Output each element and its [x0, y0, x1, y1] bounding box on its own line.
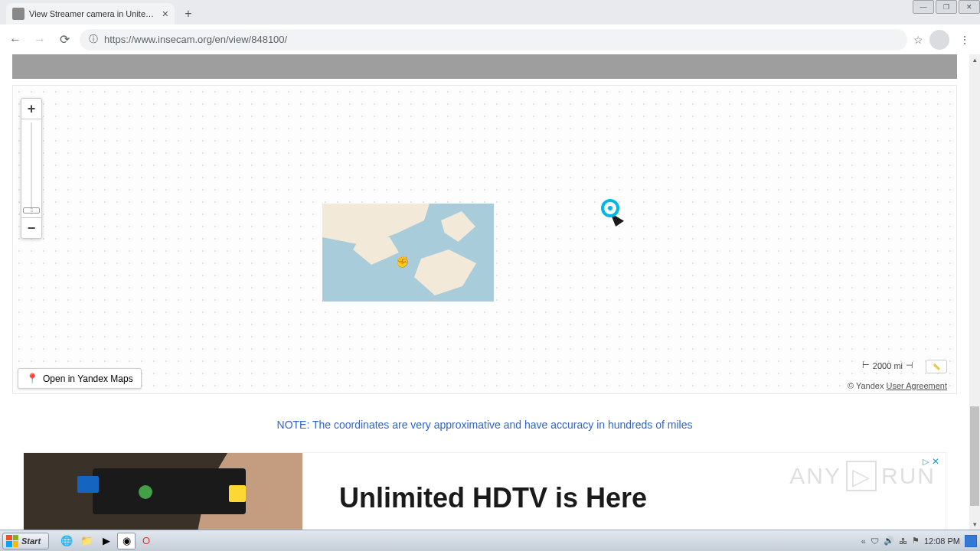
zoom-slider[interactable]: ⠿ — [21, 119, 41, 218]
advertisement[interactable]: Unlimited HDTV is Here ▷ ✕ — [23, 452, 946, 530]
zoom-slider-handle[interactable]: ⠿ — [23, 207, 40, 214]
url-text: https://www.insecam.org/en/view/848100/ — [104, 34, 898, 45]
tab-title: View Streamer camera in United Sta — [29, 9, 158, 18]
show-desktop-button[interactable] — [965, 535, 977, 547]
ad-detail — [77, 476, 99, 493]
open-in-yandex-maps-button[interactable]: 📍 Open in Yandex Maps — [18, 368, 142, 389]
pin-icon: 📍 — [26, 373, 38, 384]
tab-strip: View Streamer camera in United Sta × + —… — [0, 0, 980, 24]
tray-shield-icon[interactable]: 🛡 — [871, 536, 879, 546]
map-landmass — [441, 211, 475, 242]
close-tab-icon[interactable]: × — [162, 8, 168, 20]
ie-icon[interactable]: 🌐 — [57, 533, 76, 549]
tray-volume-icon[interactable]: 🔊 — [884, 536, 894, 546]
map-copyright: © Yandex User Agreement — [848, 381, 947, 390]
menu-button[interactable]: ⋮ — [956, 31, 974, 49]
scroll-up-arrow-icon[interactable]: ▴ — [969, 54, 980, 65]
zoom-control: + ⠿ − — [21, 98, 42, 239]
ad-close-button[interactable]: ✕ — [932, 456, 939, 467]
bookmark-star-icon[interactable]: ☆ — [913, 34, 923, 46]
ad-device — [93, 468, 246, 514]
coordinates-note: NOTE: The coordinates are very approxima… — [12, 419, 957, 431]
system-tray: « 🛡 🔊 🖧 ⚑ 12:08 PM — [861, 535, 980, 547]
browser-chrome: View Streamer camera in United Sta × + —… — [0, 0, 980, 54]
zoom-out-button[interactable]: − — [21, 218, 41, 238]
window-controls: — ❐ ✕ — [911, 0, 980, 14]
close-window-button[interactable]: ✕ — [959, 0, 980, 14]
tray-clock[interactable]: 12:08 PM — [924, 536, 960, 546]
chrome-taskbar-icon[interactable]: ◉ — [117, 533, 136, 549]
user-agreement-link[interactable]: User Agreement — [887, 381, 947, 390]
scrollbar-thumb[interactable] — [970, 406, 979, 506]
map-marker[interactable] — [601, 199, 619, 217]
zoom-slider-track — [31, 122, 32, 214]
page-viewport: + ⠿ − ✊ 📍 Open in Yandex Maps ⊢ 2000 mi … — [0, 54, 969, 530]
map-tile[interactable] — [322, 204, 494, 302]
reload-button[interactable]: ⟳ — [55, 31, 74, 49]
zoom-in-button[interactable]: + — [21, 99, 41, 119]
map-scale: ⊢ 2000 mi ⊣ — [862, 360, 913, 370]
profile-button[interactable] — [929, 30, 949, 50]
new-tab-button[interactable]: + — [178, 3, 199, 24]
start-label: Start — [21, 536, 41, 546]
start-button[interactable]: Start — [2, 533, 49, 549]
minimize-button[interactable]: — — [913, 0, 934, 14]
map-container[interactable]: + ⠿ − ✊ 📍 Open in Yandex Maps ⊢ 2000 mi … — [12, 85, 957, 394]
tray-network-icon[interactable]: 🖧 — [899, 536, 907, 546]
banner-placeholder — [12, 54, 957, 79]
back-button[interactable]: ← — [6, 31, 24, 49]
ruler-button[interactable]: 📏 — [926, 360, 947, 373]
browser-tab[interactable]: View Streamer camera in United Sta × — [6, 3, 175, 24]
explorer-icon[interactable]: 📁 — [77, 533, 96, 549]
tray-flag-icon[interactable]: ⚑ — [912, 536, 920, 546]
open-maps-label: Open in Yandex Maps — [43, 373, 133, 384]
marker-pin-icon — [601, 199, 619, 217]
adchoices-icon[interactable]: ▷ — [923, 457, 929, 467]
forward-button[interactable]: → — [31, 31, 49, 49]
address-bar[interactable]: ⓘ https://www.insecam.org/en/view/848100… — [80, 29, 907, 51]
tray-expand-icon[interactable]: « — [861, 536, 866, 546]
ad-image — [24, 453, 302, 530]
ad-detail — [229, 485, 246, 502]
scale-bracket-left: ⊢ — [862, 360, 870, 370]
map-landmass — [414, 249, 483, 295]
copyright-prefix: © Yandex — [848, 381, 887, 390]
opera-icon[interactable]: O — [137, 533, 155, 549]
maximize-button[interactable]: ❐ — [936, 0, 957, 14]
scroll-down-arrow-icon[interactable]: ▾ — [969, 519, 980, 530]
media-player-icon[interactable]: ▶ — [97, 533, 116, 549]
vertical-scrollbar[interactable]: ▴ ▾ — [969, 54, 980, 530]
browser-toolbar: ← → ⟳ ⓘ https://www.insecam.org/en/view/… — [0, 24, 980, 54]
ad-detail — [139, 485, 152, 499]
taskbar: Start 🌐 📁 ▶ ◉ O « 🛡 🔊 🖧 ⚑ 12:08 PM — [0, 530, 980, 551]
quick-launch: 🌐 📁 ▶ ◉ O — [57, 533, 155, 549]
site-info-icon[interactable]: ⓘ — [89, 33, 98, 46]
scale-bracket-right: ⊣ — [906, 360, 913, 370]
ad-text-area: Unlimited HDTV is Here — [302, 453, 946, 530]
map-landmass — [353, 234, 399, 265]
ad-headline: Unlimited HDTV is Here — [339, 482, 647, 514]
windows-logo-icon — [6, 535, 18, 547]
scale-value: 2000 mi — [873, 361, 903, 370]
ad-choices-badge: ▷ ✕ — [923, 456, 939, 467]
favicon-icon — [12, 8, 24, 20]
